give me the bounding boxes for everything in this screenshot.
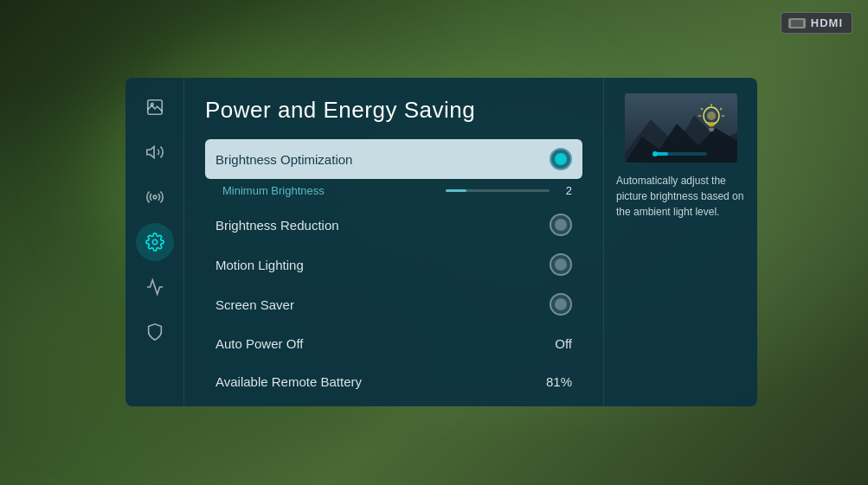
- settings-panel: Power and Energy Saving Brightness Optim…: [125, 78, 757, 406]
- svg-marker-2: [146, 147, 153, 158]
- slider-track[interactable]: [446, 189, 550, 192]
- toggle-inner: [555, 258, 567, 271]
- row-value: 81%: [546, 374, 572, 389]
- hdmi-icon: [788, 18, 806, 29]
- menu-row-motion-lighting[interactable]: Motion Lighting: [205, 245, 582, 284]
- toggle-inner: [555, 219, 567, 231]
- svg-point-19: [653, 151, 658, 156]
- menu-row-brightness-optimization[interactable]: Brightness Optimization: [205, 139, 582, 179]
- sidebar-item-sound[interactable]: [136, 133, 174, 171]
- preview-thumbnail: [625, 93, 737, 163]
- menu-row-screen-saver[interactable]: Screen Saver: [205, 284, 582, 324]
- sidebar-item-settings[interactable]: [136, 223, 174, 261]
- svg-point-4: [152, 239, 158, 245]
- row-label: Brightness Optimization: [215, 152, 352, 167]
- toggle-motion-lighting[interactable]: [550, 253, 572, 276]
- sidebar-item-network[interactable]: [136, 268, 174, 306]
- toggle-brightness-reduction[interactable]: [550, 214, 572, 236]
- menu-row-remote-battery[interactable]: Available Remote Battery 81%: [205, 362, 582, 400]
- row-label: Brightness Reduction: [215, 218, 339, 233]
- info-description: Automatically adjust the picture brightn…: [616, 173, 745, 220]
- row-label: Motion Lighting: [215, 258, 304, 272]
- sidebar-item-security[interactable]: [136, 313, 174, 351]
- menu-row-brightness-reduction[interactable]: Brightness Reduction: [205, 205, 582, 245]
- hdmi-label: HDMI: [811, 16, 843, 29]
- sidebar: [125, 78, 184, 406]
- slider-fill: [446, 189, 466, 192]
- menu-row-minimum-brightness[interactable]: Minimum Brightness 2: [205, 179, 582, 205]
- main-content: Power and Energy Saving Brightness Optim…: [184, 78, 603, 406]
- info-panel: Automatically adjust the picture brightn…: [603, 78, 757, 406]
- row-label: Available Remote Battery: [215, 374, 362, 389]
- svg-point-11: [707, 112, 716, 120]
- slider-value: 2: [558, 184, 572, 197]
- sidebar-item-picture[interactable]: [136, 88, 174, 126]
- row-label: Screen Saver: [215, 297, 294, 312]
- row-value: Off: [555, 336, 572, 351]
- hdmi-badge: HDMI: [781, 12, 852, 34]
- toggle-screen-saver[interactable]: [550, 293, 572, 316]
- svg-point-3: [153, 195, 157, 199]
- sidebar-item-broadcast[interactable]: [136, 178, 174, 216]
- menu-row-auto-power-off[interactable]: Auto Power Off Off: [205, 324, 582, 362]
- slider-area: 2: [446, 184, 572, 197]
- row-label: Auto Power Off: [215, 336, 303, 351]
- svg-point-1: [151, 103, 153, 105]
- toggle-brightness-optimization[interactable]: [550, 148, 572, 170]
- page-title: Power and Energy Saving: [205, 97, 582, 124]
- sub-label: Minimum Brightness: [222, 184, 325, 197]
- toggle-inner: [555, 153, 567, 165]
- menu-list: Brightness Optimization Minimum Brightne…: [205, 139, 582, 400]
- toggle-inner: [555, 298, 567, 310]
